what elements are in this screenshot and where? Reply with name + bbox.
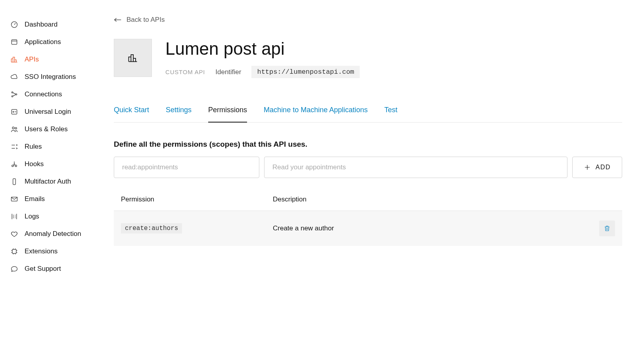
table-row: create:authors Create a new author [114,211,622,246]
sidebar-item-universal-login[interactable]: Universal Login [10,103,105,121]
permissions-heading: Define all the permissions (scopes) that… [114,140,622,149]
col-permission-header: Permission [121,195,273,203]
tab-m2m-applications[interactable]: Machine to Machine Applications [264,106,368,122]
sidebar-item-users-roles[interactable]: Users & Roles [10,121,105,138]
applications-icon [10,38,18,46]
trash-icon [604,225,611,232]
sidebar-item-hooks[interactable]: Hooks [10,155,105,173]
multifactor-icon [10,178,18,186]
cloud-icon [10,73,18,81]
svg-point-4 [15,94,17,95]
sidebar-item-label: Users & Roles [25,125,68,133]
heart-icon [10,230,18,238]
svg-point-3 [11,96,13,97]
sidebar-item-label: Connections [25,90,62,98]
svg-point-9 [12,165,13,167]
sidebar-item-label: Hooks [25,160,44,168]
back-link-label: Back to APIs [126,16,165,24]
sidebar-item-rules[interactable]: Rules [10,138,105,155]
sidebar-item-logs[interactable]: Logs [10,208,105,225]
svg-rect-1 [11,40,17,44]
permission-description: Create a new author [273,224,334,232]
universal-login-icon [10,108,18,116]
sidebar-item-connections[interactable]: Connections [10,86,105,103]
arrow-left-icon [114,17,122,23]
sidebar-item-sso-integrations[interactable]: SSO Integrations [10,68,105,86]
sidebar-item-anomaly-detection[interactable]: Anomaly Detection [10,225,105,243]
plus-icon [584,164,591,171]
sidebar-item-extensions[interactable]: Extensions [10,243,105,260]
sidebar-item-label: Logs [25,213,39,220]
sidebar-item-emails[interactable]: Emails [10,190,105,208]
api-logo [114,39,152,77]
users-icon [10,125,18,133]
rules-icon [10,143,18,151]
connections-icon [10,90,18,98]
col-description-header: Description [273,195,591,203]
api-logo-icon [127,52,138,63]
svg-point-2 [11,92,13,93]
main-content: Back to APIs Lumen post api Custom API I… [105,0,642,364]
identifier-label: Identifier [215,68,241,76]
delete-button[interactable] [599,220,615,236]
header: Lumen post api Custom API Identifier htt… [114,39,622,78]
svg-point-7 [12,127,14,129]
tab-quick-start[interactable]: Quick Start [114,106,149,122]
sidebar-item-label: Emails [25,195,45,203]
add-button[interactable]: ADD [572,157,622,178]
permission-code: create:authors [121,223,182,234]
sidebar-item-multifactor-auth[interactable]: Multifactor Auth [10,173,105,190]
email-icon [10,195,18,203]
hooks-icon [10,160,18,168]
tab-test[interactable]: Test [384,106,397,122]
sidebar-item-label: SSO Integrations [25,73,76,81]
svg-point-8 [15,127,17,129]
add-button-label: ADD [596,164,611,171]
tab-bar: Quick Start Settings Permissions Machine… [114,106,622,123]
sidebar-item-label: Universal Login [25,108,71,116]
scope-input[interactable] [114,157,259,178]
sidebar-item-label: Extensions [25,247,57,255]
apis-icon [10,56,18,63]
sidebar-item-label: APIs [25,56,39,63]
svg-rect-12 [11,197,17,201]
tab-permissions[interactable]: Permissions [208,106,247,122]
sidebar-item-label: Dashboard [25,21,57,29]
sidebar-item-label: Get Support [25,265,61,273]
chat-icon [10,265,18,273]
identifier-value: https://lumenpostapi.com [251,66,360,78]
sidebar-item-apis[interactable]: APIs [10,51,105,68]
sidebar-item-get-support[interactable]: Get Support [10,260,105,278]
permissions-table-header: Permission Description [114,195,622,211]
svg-point-10 [15,165,17,167]
api-type-label: Custom API [165,69,205,75]
back-link[interactable]: Back to APIs [114,16,622,24]
add-permission-form: ADD [114,157,622,178]
sidebar-item-label: Anomaly Detection [25,230,81,238]
logs-icon [10,213,18,220]
description-input[interactable] [264,157,567,178]
page-title: Lumen post api [165,39,360,59]
sidebar: Dashboard Applications APIs SSO Integrat… [0,0,105,364]
svg-point-6 [13,111,14,113]
sidebar-item-label: Applications [25,38,61,46]
sidebar-item-applications[interactable]: Applications [10,33,105,51]
svg-rect-13 [12,249,16,253]
sidebar-item-label: Multifactor Auth [25,178,71,186]
sidebar-item-dashboard[interactable]: Dashboard [10,16,105,33]
sidebar-item-label: Rules [25,143,42,151]
dashboard-icon [10,21,18,29]
tab-settings[interactable]: Settings [166,106,192,122]
chip-icon [10,247,18,255]
